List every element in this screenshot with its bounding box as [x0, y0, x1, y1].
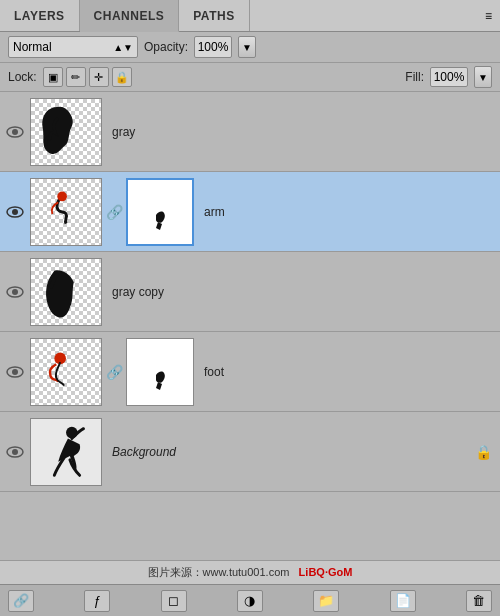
layer-row-gray-copy[interactable]: gray copy [0, 252, 500, 332]
layer-name-foot: foot [198, 365, 496, 379]
lock-all-btn[interactable]: 🔒 [112, 67, 132, 87]
new-layer-btn[interactable]: 📄 [390, 590, 416, 612]
tab-bar: LAYERS CHANNELS PATHS ≡ [0, 0, 500, 32]
thumbnail-gray-copy [30, 258, 102, 326]
svg-point-13 [12, 449, 18, 455]
visibility-icon-gray[interactable] [4, 126, 26, 138]
visibility-icon-arm[interactable] [4, 206, 26, 218]
watermark-text: 图片来源：www.tutu001.com [148, 566, 296, 578]
mask-thumbnail-foot [126, 338, 194, 406]
visibility-icon-foot[interactable] [4, 366, 26, 378]
add-mask-btn[interactable]: ◻ [161, 590, 187, 612]
link-layers-btn[interactable]: 🔗 [8, 590, 34, 612]
visibility-icon-gray-copy[interactable] [4, 286, 26, 298]
lock-badge-background: 🔒 [475, 444, 492, 460]
thumbnail-foot [30, 338, 102, 406]
fill-arrow-btn[interactable]: ▼ [474, 66, 492, 88]
svg-point-3 [12, 209, 18, 215]
lock-icon-group: ▣ ✏ ✛ 🔒 [43, 67, 132, 87]
opacity-label: Opacity: [144, 40, 188, 54]
opacity-input[interactable]: 100% [194, 36, 232, 58]
layers-list: gray 🔗 [0, 92, 500, 560]
layers-panel: LAYERS CHANNELS PATHS ≡ Normal ▲▼ Opacit… [0, 0, 500, 616]
lock-transparent-btn[interactable]: ▣ [43, 67, 63, 87]
svg-point-4 [57, 191, 67, 201]
lock-image-btn[interactable]: ✏ [66, 67, 86, 87]
layer-name-arm: arm [198, 205, 496, 219]
layer-row-background[interactable]: Background 🔒 [0, 412, 500, 492]
watermark: 图片来源：www.tutu001.com LiBQ·GoM [0, 560, 500, 584]
blend-mode-select[interactable]: Normal ▲▼ [8, 36, 138, 58]
delete-layer-btn[interactable]: 🗑 [466, 590, 492, 612]
tab-paths[interactable]: PATHS [179, 0, 249, 31]
new-adjustment-btn[interactable]: ◑ [237, 590, 263, 612]
tab-layers[interactable]: LAYERS [0, 0, 80, 31]
layer-name-gray-copy: gray copy [106, 285, 496, 299]
layer-row-foot[interactable]: 🔗 foot [0, 332, 500, 412]
blend-opacity-row: Normal ▲▼ Opacity: 100% ▼ [0, 32, 500, 63]
layer-row-arm[interactable]: 🔗 arm [0, 172, 500, 252]
thumbnail-gray [30, 98, 102, 166]
fill-input[interactable]: 100% [430, 67, 468, 87]
panel-menu-icon[interactable]: ≡ [477, 0, 500, 31]
svg-point-9 [12, 369, 18, 375]
new-group-btn[interactable]: 📁 [313, 590, 339, 612]
opacity-arrow-btn[interactable]: ▼ [238, 36, 256, 58]
layer-name-background: Background [106, 445, 471, 459]
mask-link-icon-arm: 🔗 [106, 204, 122, 220]
fill-label: Fill: [405, 70, 424, 84]
lock-fill-row: Lock: ▣ ✏ ✛ 🔒 Fill: 100% ▼ [0, 63, 500, 92]
svg-point-1 [12, 129, 18, 135]
blend-mode-arrows: ▲▼ [113, 42, 133, 53]
layer-row-gray[interactable]: gray [0, 92, 500, 172]
svg-point-7 [12, 289, 18, 295]
tab-channels[interactable]: CHANNELS [80, 0, 180, 32]
thumbnail-background [30, 418, 102, 486]
thumbnail-arm [30, 178, 102, 246]
layers-footer: 🔗 ƒ ◻ ◑ 📁 📄 🗑 [0, 584, 500, 616]
layer-name-gray: gray [106, 125, 496, 139]
watermark-highlight: LiBQ·GoM [299, 566, 353, 578]
add-style-btn[interactable]: ƒ [84, 590, 110, 612]
lock-label: Lock: [8, 70, 37, 84]
visibility-icon-background[interactable] [4, 446, 26, 458]
mask-thumbnail-arm [126, 178, 194, 246]
mask-link-icon-foot: 🔗 [106, 364, 122, 380]
lock-position-btn[interactable]: ✛ [89, 67, 109, 87]
